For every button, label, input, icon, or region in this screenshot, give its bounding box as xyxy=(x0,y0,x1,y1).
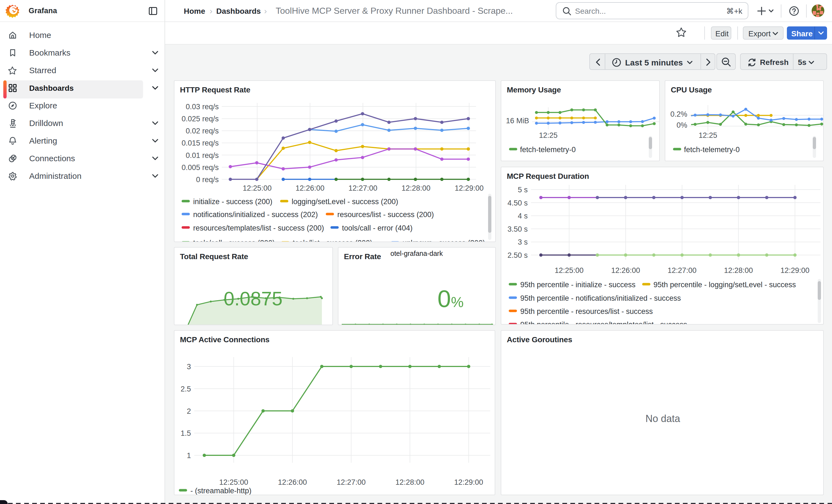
svg-text:initialize - success (200): initialize - success (200) xyxy=(193,197,272,206)
svg-text:12:29:00: 12:29:00 xyxy=(454,478,483,486)
svg-text:0%: 0% xyxy=(677,121,687,129)
svg-text:0.01 req/s: 0.01 req/s xyxy=(186,151,219,159)
svg-text:12:28:00: 12:28:00 xyxy=(401,184,430,192)
svg-text:4 s: 4 s xyxy=(518,212,528,220)
svg-text:tools/call - success (200): tools/call - success (200) xyxy=(193,239,275,242)
svg-text:- (streamable-http): - (streamable-http) xyxy=(190,487,252,495)
svg-text:12:25:00: 12:25:00 xyxy=(555,266,583,274)
svg-text:12:27:00: 12:27:00 xyxy=(668,266,696,274)
svg-text:5 s: 5 s xyxy=(518,185,528,194)
svg-text:4.50 s: 4.50 s xyxy=(508,198,528,207)
svg-text:12:26:00: 12:26:00 xyxy=(278,478,307,486)
svg-text:95th percentile - resources/te: 95th percentile - resources/templates/li… xyxy=(520,320,687,324)
svg-text:12:28:00: 12:28:00 xyxy=(724,266,753,274)
svg-text:3 s: 3 s xyxy=(518,238,528,246)
svg-text:logging/setLevel - success (20: logging/setLevel - success (200) xyxy=(292,197,398,206)
svg-text:unknown - success (200): unknown - success (200) xyxy=(402,239,485,242)
svg-text:12:26:00: 12:26:00 xyxy=(611,266,640,274)
svg-text:12:29:00: 12:29:00 xyxy=(781,266,809,274)
svg-text:95th percentile - resources/li: 95th percentile - resources/list - succe… xyxy=(520,307,653,315)
svg-text:fetch-telemetry-0: fetch-telemetry-0 xyxy=(520,145,576,154)
svg-text:0.03 req/s: 0.03 req/s xyxy=(186,102,219,111)
svg-text:95th percentile - logging/setL: 95th percentile - logging/setLevel - suc… xyxy=(653,280,796,289)
svg-text:3: 3 xyxy=(187,363,191,371)
svg-text:12:26:00: 12:26:00 xyxy=(295,184,324,192)
svg-text:otel-grafana-dark: otel-grafana-dark xyxy=(390,249,443,257)
svg-text:0.025 req/s: 0.025 req/s xyxy=(182,114,219,123)
svg-text:0.02 req/s: 0.02 req/s xyxy=(186,127,219,135)
svg-text:notifications/initialized - su: notifications/initialized - success (202… xyxy=(193,210,318,218)
svg-text:tools/call - error (404): tools/call - error (404) xyxy=(342,224,413,232)
svg-text:12:27:00: 12:27:00 xyxy=(337,478,366,486)
svg-text:2.5: 2.5 xyxy=(181,385,191,393)
svg-text:0.005 req/s: 0.005 req/s xyxy=(182,163,219,171)
svg-text:No data: No data xyxy=(646,413,680,424)
svg-text:0.015 req/s: 0.015 req/s xyxy=(182,139,219,147)
svg-text:95th percentile - initialize -: 95th percentile - initialize - success xyxy=(520,280,635,289)
svg-text:12:28:00: 12:28:00 xyxy=(395,478,424,486)
svg-text:0.0875: 0.0875 xyxy=(224,288,283,310)
svg-text:0.2%: 0.2% xyxy=(670,110,687,118)
svg-text:12:25: 12:25 xyxy=(539,131,558,139)
svg-text:95th percentile - notification: 95th percentile - notifications/initiali… xyxy=(520,294,681,302)
svg-text:2.50 s: 2.50 s xyxy=(508,251,528,259)
svg-text:12:29:00: 12:29:00 xyxy=(455,184,484,192)
svg-text:resources/templates/list - suc: resources/templates/list - success (200) xyxy=(193,224,324,232)
svg-text:0%: 0% xyxy=(438,285,464,312)
svg-text:0 req/s: 0 req/s xyxy=(196,175,219,184)
svg-text:1: 1 xyxy=(187,451,191,460)
svg-text:16 MiB: 16 MiB xyxy=(506,116,529,125)
svg-text:12:25: 12:25 xyxy=(699,131,717,139)
svg-text:1.5: 1.5 xyxy=(181,429,191,437)
svg-text:12:25:00: 12:25:00 xyxy=(243,184,271,192)
svg-text:resources/list - success (200): resources/list - success (200) xyxy=(337,210,434,218)
svg-text:fetch-telemetry-0: fetch-telemetry-0 xyxy=(684,145,740,154)
svg-text:12:27:00: 12:27:00 xyxy=(348,184,377,192)
svg-text:12:25:00: 12:25:00 xyxy=(219,478,248,486)
svg-text:tools/list - success (200): tools/list - success (200) xyxy=(293,239,372,242)
svg-text:3.50 s: 3.50 s xyxy=(508,225,528,233)
svg-text:2: 2 xyxy=(187,407,191,416)
